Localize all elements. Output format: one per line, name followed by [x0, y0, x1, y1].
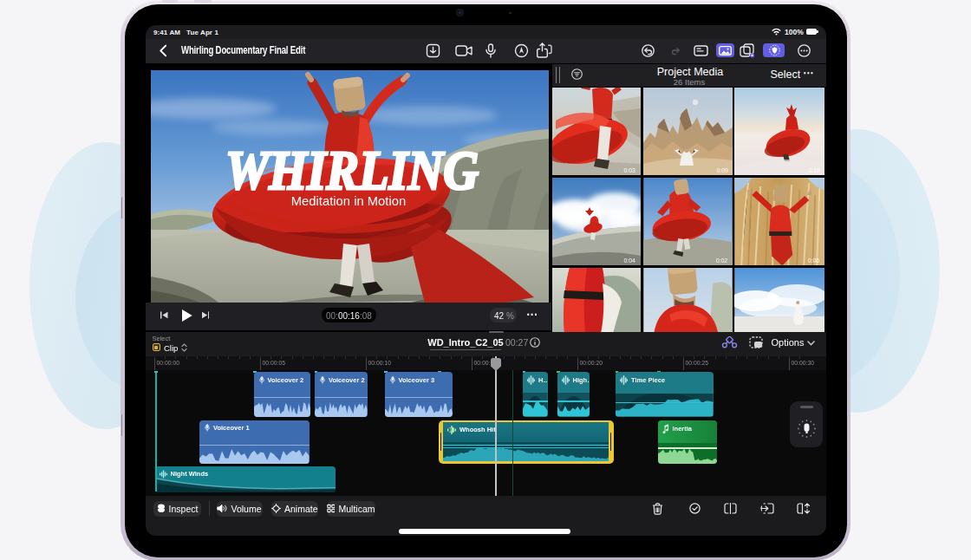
svg-text:0:03: 0:03 [623, 167, 635, 173]
svg-text:WHIRLING: WHIRLING [225, 140, 479, 201]
svg-text:0:09: 0:09 [716, 167, 728, 173]
svg-text:0:10: 0:10 [808, 167, 820, 173]
svg-text:0:02: 0:02 [715, 257, 727, 264]
svg-text:0:06: 0:06 [807, 257, 819, 264]
svg-text:0:04: 0:04 [623, 257, 635, 264]
svg-text:Meditation in Motion: Meditation in Motion [291, 194, 406, 208]
